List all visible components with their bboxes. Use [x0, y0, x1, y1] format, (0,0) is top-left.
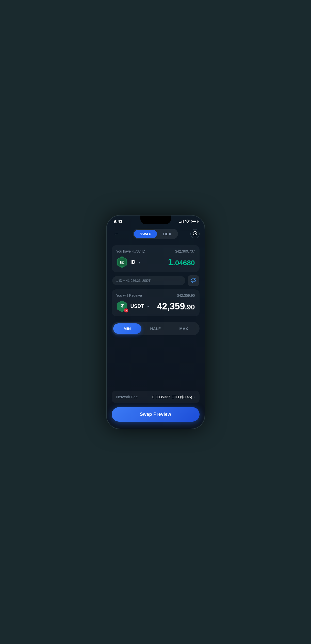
svg-rect-4	[121, 262, 123, 262]
max-button[interactable]: MAX	[170, 323, 198, 334]
usdt-token-logo: ₮ OP	[116, 301, 128, 312]
balance-label: You have 4.737 ID	[116, 249, 145, 253]
notch	[140, 216, 171, 224]
to-token-chevron: ▾	[147, 304, 149, 308]
network-fee-label: Network Fee	[116, 395, 138, 399]
history-icon	[193, 231, 197, 237]
to-section: You will Receive $42,359.90 ₮ OP USDT ▾	[112, 289, 200, 316]
svg-rect-1	[120, 261, 121, 263]
status-time: 9:41	[114, 219, 123, 224]
receive-usd: $42,359.90	[177, 293, 195, 298]
amount-buttons-row: MIN HALF MAX	[112, 322, 200, 335]
header-nav: ← SWAP DEX	[107, 226, 205, 243]
from-token-chevron: ▾	[139, 260, 140, 264]
from-section-header: You have 4.737 ID $42,360.737	[116, 249, 195, 253]
to-amount: 42,359.90	[157, 301, 195, 312]
phone-frame: 9:41	[106, 215, 205, 429]
exchange-rate-pill: 1 ID = 41,986.23 USDT	[112, 276, 185, 285]
from-token-selector[interactable]: ID ▾	[116, 256, 140, 268]
balance-usd: $42,360.737	[175, 249, 195, 253]
tab-dex[interactable]: DEX	[157, 230, 177, 238]
to-token-name: USDT	[130, 303, 144, 309]
back-arrow-icon: ←	[113, 230, 119, 237]
token-op-badge: OP	[124, 308, 128, 313]
phone-screen: 9:41	[107, 216, 205, 429]
half-button[interactable]: HALF	[141, 323, 170, 334]
receive-label: You will Receive	[116, 293, 142, 298]
status-icons	[179, 219, 198, 224]
min-button[interactable]: MIN	[113, 323, 141, 334]
svg-rect-3	[121, 263, 124, 263]
signal-bars-icon	[179, 220, 184, 223]
history-button[interactable]	[190, 229, 200, 238]
network-fee-section: Network Fee 0.0035337 ETH ($0.46) ›	[112, 391, 200, 403]
nav-tabs: SWAP DEX	[133, 229, 178, 239]
from-token-name: ID	[130, 259, 136, 265]
wifi-icon	[185, 219, 190, 224]
to-section-header: You will Receive $42,359.90	[116, 293, 195, 298]
exchange-rate-text: 1 ID = 41,986.23 USDT	[116, 279, 151, 283]
network-fee-value-row[interactable]: 0.0035337 ETH ($0.46) ›	[152, 395, 195, 399]
to-token-selector[interactable]: ₮ OP USDT ▾	[116, 301, 149, 312]
exchange-rate-row: 1 ID = 41,986.23 USDT	[112, 275, 200, 286]
fee-chevron-icon: ›	[194, 395, 195, 399]
swap-direction-icon	[191, 278, 196, 284]
to-token-row: ₮ OP USDT ▾ 42,359.90	[116, 301, 195, 312]
id-token-logo	[116, 256, 128, 268]
back-button[interactable]: ←	[112, 229, 121, 238]
battery-icon	[191, 220, 198, 223]
svg-rect-2	[121, 261, 124, 261]
from-amount[interactable]: 1.04680	[168, 257, 195, 268]
network-fee-value: 0.0035337 ETH ($0.46)	[152, 395, 192, 399]
content-spacer	[112, 339, 200, 391]
from-section: You have 4.737 ID $42,360.737	[112, 245, 200, 272]
tab-swap[interactable]: SWAP	[134, 230, 157, 238]
swap-preview-button[interactable]: Swap Preview	[112, 407, 200, 422]
content: You have 4.737 ID $42,360.737	[107, 243, 205, 429]
swap-direction-button[interactable]	[188, 275, 199, 286]
from-token-row: ID ▾ 1.04680	[116, 256, 195, 268]
